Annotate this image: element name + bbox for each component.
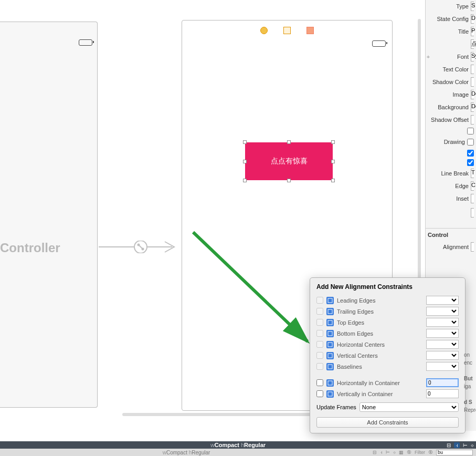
add-constraints-button[interactable]: Add Constraints [316,417,459,428]
field[interactable] [471,208,474,217]
stack-icon[interactable]: ⊟ [447,442,451,448]
constraint-row[interactable]: Bottom Edges [310,328,465,339]
checkbox[interactable] [467,128,474,134]
label: Title [426,28,471,35]
constraint-label: Vertical Centers [337,353,426,359]
textcolor-field[interactable] [471,65,474,74]
label: Line Break [426,170,471,177]
constraint-row[interactable]: Trailing Edges [310,306,465,317]
filter-label: Filter [415,450,425,455]
scene-dock[interactable] [182,27,392,32]
svg-rect-11 [328,354,332,358]
background-field[interactable]: De [471,102,474,112]
svg-rect-8 [328,320,332,325]
battery-icon [372,40,386,47]
section-header: Control [426,232,474,238]
filter-input[interactable] [436,450,473,455]
constraint-row[interactable]: Baselines [310,361,465,372]
constraint-row[interactable]: Vertical Centers [310,350,465,361]
constraint-icon [326,363,334,370]
shadowoffset-field[interactable] [471,115,474,125]
constraint-checkbox[interactable] [316,352,323,359]
inset-field[interactable] [471,194,474,203]
constraint-label: Trailing Edges [337,308,426,315]
title-field[interactable]: P [471,27,474,36]
label: Edge [426,183,471,189]
constraint-label: Bottom Edges [337,330,426,337]
constraint-icon [326,297,334,304]
resize-handle[interactable] [287,179,291,182]
update-frames-select[interactable]: None [359,402,459,412]
shadowcolor-field[interactable] [471,77,474,87]
label: Font [431,54,471,60]
constraint-checkbox[interactable] [316,319,323,326]
left-viewcontroller-partial[interactable] [0,22,98,408]
alignment-constraints-popover[interactable]: Add New Alignment Constraints Leading Ed… [310,277,466,433]
image-field[interactable]: De [471,90,474,99]
type-field[interactable]: S [471,2,474,11]
constraint-icon [326,319,334,326]
add-icon[interactable]: + [426,54,431,60]
constraint-value[interactable] [426,389,459,398]
secondary-bottom-bar: wCompact hRegular ⊟ ⫞ ⊢ ⟐ ▦ ⦿Filter ⦿ [0,449,476,456]
exit-icon[interactable] [306,27,314,34]
svg-rect-13 [328,381,332,385]
align-icon[interactable]: ⫞ [380,450,383,455]
constraint-icon [326,308,334,315]
align-tool-icon[interactable]: ⫞ [454,442,460,448]
edge-field[interactable]: C [471,181,474,191]
constraint-row[interactable]: Vertically in Container [310,388,465,399]
constraint-value[interactable] [426,296,459,305]
constraint-checkbox[interactable] [316,341,323,348]
constraint-value[interactable] [426,318,459,327]
constraint-row[interactable]: Horizontally in Container [310,377,465,388]
alignment-field[interactable] [471,242,474,252]
resize-handle[interactable] [287,140,291,144]
constraint-icon [326,341,334,348]
constraint-value[interactable] [426,351,459,360]
linebreak-field[interactable]: T [471,169,474,178]
constraint-checkbox[interactable] [316,379,323,386]
constraint-value[interactable] [426,307,459,316]
pin-tool-icon[interactable]: ⊢ [463,442,468,448]
vertical-scrollbar[interactable] [418,19,421,292]
constraint-row[interactable]: Leading Edges [310,295,465,306]
title-text[interactable]: 点 [471,39,474,49]
resize-handle[interactable] [331,140,335,144]
constraint-value[interactable] [426,340,459,349]
resolve-tool-icon[interactable]: ⟐ [471,442,474,448]
segue-arrow[interactable] [99,241,182,253]
label: State Config [426,16,471,22]
resize-handle[interactable] [331,160,335,163]
constraint-value[interactable] [426,378,459,387]
resolve-icon[interactable]: ⟐ [393,450,396,455]
battery-icon [79,39,92,46]
resize-handle[interactable] [243,179,247,182]
constraint-checkbox[interactable] [316,330,323,337]
vc-icon[interactable] [260,27,268,34]
resize-handle[interactable] [243,160,247,163]
pin-icon[interactable]: ⊢ [386,450,390,455]
selected-uibutton[interactable]: 点点有惊喜 [245,142,333,180]
constraint-checkbox[interactable] [316,363,323,370]
constraint-value[interactable] [426,329,459,338]
constraint-checkbox[interactable] [316,308,323,315]
constraint-value[interactable] [426,362,459,371]
stack-icon[interactable]: ⊟ [373,450,377,455]
grid-icon[interactable]: ▦ [399,450,404,455]
font-field[interactable]: Sy [471,52,474,61]
label: Text Color [426,66,471,72]
constraint-checkbox[interactable] [316,297,323,304]
resize-handle[interactable] [243,140,247,144]
constraint-icon [326,390,334,398]
first-responder-icon[interactable] [283,27,291,34]
constraint-row[interactable]: Top Edges [310,317,465,328]
checkbox[interactable] [467,139,474,146]
constraint-checkbox[interactable] [316,390,323,397]
checkbox[interactable] [467,150,474,157]
checkbox[interactable] [467,159,474,166]
size-class-bar[interactable]: wCompact hRegular [0,441,476,449]
resize-handle[interactable] [331,179,335,182]
constraint-row[interactable]: Horizontal Centers [310,339,465,350]
state-field[interactable]: D [471,14,474,24]
